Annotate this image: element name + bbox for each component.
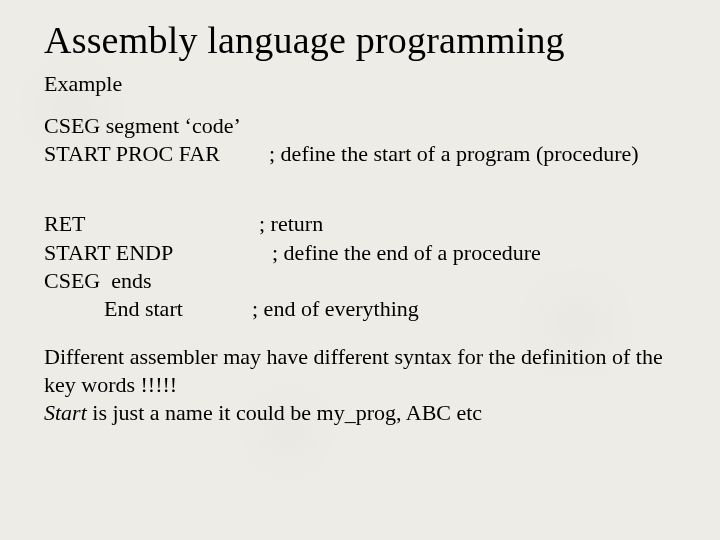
code-text: START PROC FAR — [44, 140, 269, 168]
slide-title: Assembly language programming — [44, 18, 680, 62]
note-italic-word: Start — [44, 400, 87, 425]
code-text: CSEG segment ‘code’ — [44, 112, 241, 140]
code-comment: ; end of everything — [252, 295, 419, 323]
code-line-2: START PROC FAR; define the start of a pr… — [44, 140, 680, 168]
code-line-1: CSEG segment ‘code’ — [44, 112, 680, 140]
code-text: RET — [44, 210, 259, 238]
slide-body: Example CSEG segment ‘code’ START PROC F… — [44, 70, 680, 428]
code-line-3: RET; return — [44, 210, 680, 238]
code-comment: ; return — [259, 210, 323, 238]
note-paragraph-2: Start is just a name it could be my_prog… — [44, 399, 680, 427]
code-text: CSEG ends — [44, 267, 152, 295]
slide: Assembly language programming Example CS… — [0, 0, 720, 540]
code-line-5: CSEG ends — [44, 267, 680, 295]
code-text: START ENDP — [44, 239, 272, 267]
note-rest: is just a name it could be my_prog, ABC … — [87, 400, 482, 425]
code-comment: ; define the end of a procedure — [272, 239, 541, 267]
example-label: Example — [44, 70, 680, 98]
code-comment: ; define the start of a program (procedu… — [269, 140, 639, 168]
code-text: End start — [104, 295, 252, 323]
code-line-6: End start; end of everything — [44, 295, 680, 323]
note-paragraph-1: Different assembler may have different s… — [44, 343, 680, 399]
code-line-4: START ENDP; define the end of a procedur… — [44, 239, 680, 267]
